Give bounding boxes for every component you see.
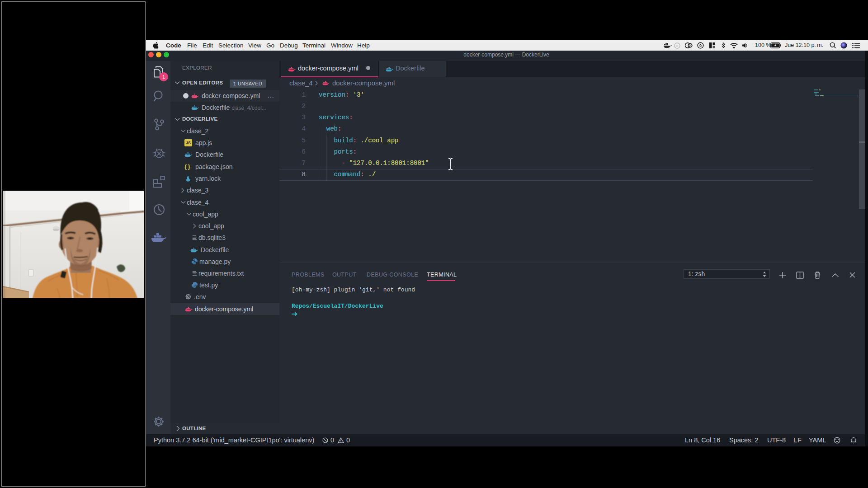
svg-text:0: 0 <box>699 43 702 48</box>
svg-text:d: d <box>676 44 678 48</box>
